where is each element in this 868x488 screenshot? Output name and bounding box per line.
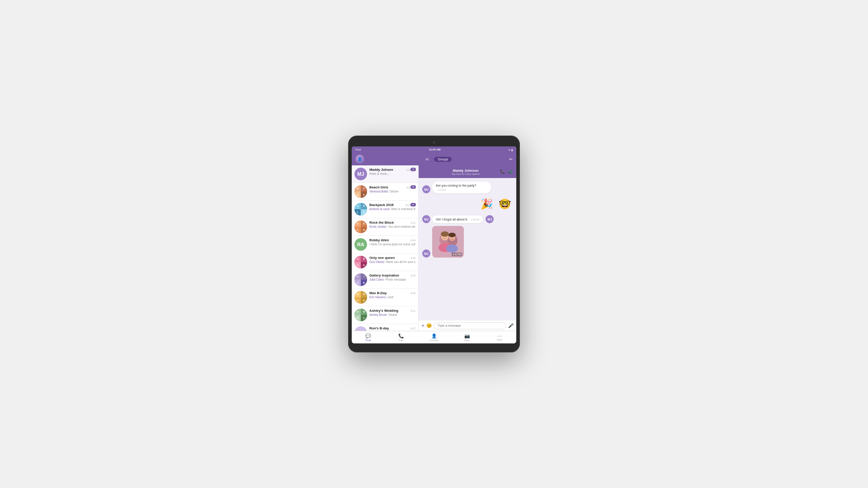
msg-time-3: 4:40 PM [471,218,480,221]
sticker-picker-icon[interactable]: 😊 [426,323,432,328]
ipad-screen: iPad 11:00 AM ▾ ▮ 👤 All Groups [352,146,516,343]
conv-name-only-one-queen: Only one queen [369,256,395,260]
conv-avatar-ashleys-wedding: A W B C [354,309,367,321]
msg-bubble-3: Oh! I forgot all about it. 4:40 PM [432,216,483,223]
msg-text-3: Oh! I forgot all about it. [436,218,468,221]
conv-avatar-backpack-2016: A B C D [354,203,367,216]
conv-item-backpack-2016[interactable]: A B C D Backpack 2016 10:08 AM Antonio [352,201,418,218]
svg-point-6 [448,233,456,237]
nav-tabs: All Groups [367,157,506,162]
tab-contacts[interactable]: 👤 Contacts [418,331,451,343]
tab-all[interactable]: All [422,157,433,162]
conv-item-max-bday[interactable]: M B C D Max B-Day 9:02 Eric Navarro: [352,289,418,306]
compose-icon[interactable]: ✏ [509,157,513,162]
msg-bubble-1: Are you coming to the party? 4:20 PM [432,182,491,193]
calls-icon: 📞 [398,333,404,338]
messages-area: MJ Are you coming to the party? 4:20 PM [419,178,516,320]
contacts-label: Contacts [429,339,439,342]
conv-name-maddy: Maddy Johson [369,168,393,172]
conv-time-only-one-queen: 9:06 [410,257,415,259]
conv-item-gallery-inspiration[interactable]: G I A B Gallery inspiration 9:05 Julia [352,271,418,289]
conv-badge-backpack-2016: 4 [410,203,416,206]
chats-icon: 💬 [365,333,371,338]
stickers-container: 🎉 🤓 [478,196,513,212]
conv-info-robby-allen: Robby Allen 9:09 I think I'm gonna grab … [369,238,415,246]
conv-item-ashleys-wedding[interactable]: A W B C Ashley's Wedding 9:01 Ashley Br [352,306,418,324]
status-time: 11:00 AM [429,148,440,151]
conv-name-backpack-2016: Backpack 2016 [369,203,394,207]
conv-name-rock-the-block: Rock the Block [369,221,394,225]
conv-info-gallery-inspiration: Gallery inspiration 9:05 Julia Calvo: Ph… [369,273,415,281]
chat-contact-sub: Tap here for more options [452,173,480,175]
message-row-1: MJ Are you coming to the party? 4:20 PM [422,182,513,193]
conv-name-max-bday: Max B-Day [369,291,387,295]
conv-preview-only-one-queen: Guy Oleary: thank you all for your suppo… [369,260,415,263]
conv-time-ashleys-wedding: 9:01 [410,310,415,312]
message-row-2: 🎉 🤓 [422,196,513,212]
ipad-device: iPad 11:00 AM ▾ ▮ 👤 All Groups [348,136,520,352]
conv-info-maddy: Maddy Johson 4:20 PM Peter & more... [369,168,415,175]
conv-avatar-gallery-inspiration: G I A B [354,273,367,286]
conv-item-rons-bday[interactable]: RB Ron's B-day 8:07 Photo messages [352,324,418,331]
top-nav: 👤 All Groups ✏ [352,153,516,165]
conv-info-beach-girls: Beach Girls 9:00 AM Vanessa Baldi: Stick… [369,185,415,193]
conv-preview-robby-allen: I think I'm gonna grab me some coffee... [369,243,415,246]
wifi-icon: ▾ [509,148,510,151]
conv-time-rock-the-block: 9:12 [410,221,415,224]
conv-info-rons-bday: Ron's B-day 8:07 Photo messages [369,326,415,331]
conv-preview-gallery-inspiration: Julia Calvo: Photo message [369,278,415,281]
msg-avatar-4: MJ [422,249,430,258]
chats-label: Chats [365,339,371,342]
conv-info-max-bday: Max B-Day 9:02 Eric Navarro: cool! [369,291,415,299]
photo-icon: 📷 [464,333,470,338]
contacts-icon: 👤 [431,333,437,338]
tab-calls[interactable]: 📞 Calls [385,331,418,343]
conv-name-ashleys-wedding: Ashley's Wedding [369,309,398,313]
conv-name-beach-girls: Beach Girls [369,185,388,189]
conv-avatar-maddy: MJ [354,168,367,180]
sticker-1: 🎉 [478,196,495,212]
msg-photo-time-4: 4:42 PM [452,253,462,256]
chat-header-center[interactable]: Maddy Johnson Tap here for more options [452,169,480,175]
conv-avatar-rons-bday: RB [354,326,367,331]
calls-label: Calls [399,339,404,342]
input-area: + 😊 🎤 [419,320,516,331]
mic-icon[interactable]: 🎤 [508,323,514,328]
conv-item-beach-girls[interactable]: B G A S Beach Girls 9:00 AM Vanessa Bal [352,183,418,201]
tab-groups[interactable]: Groups [434,157,452,162]
chat-contact-name: Maddy Johnson [452,169,480,173]
conv-info-only-one-queen: Only one queen 9:06 Guy Oleary: thank yo… [369,256,415,263]
conv-info-backpack-2016: Backpack 2016 10:08 AM Antonio la cava: … [369,203,415,211]
msg-photo-4: 4:42 PM [432,226,464,258]
conv-item-rock-the-block[interactable]: R B C D Rock the Block 9:12 Emily Jorda [352,218,418,236]
sticker-2: 🤓 [496,196,513,212]
chat-header-actions: 📞 📹 [500,169,513,174]
conv-time-gallery-inspiration: 9:05 [410,274,415,277]
msg-text-1: Are you coming to the party? [436,184,476,187]
conv-item-only-one-queen[interactable]: A B C D Only one queen 9:06 Guy Oleary: [352,253,418,271]
more-icon: ••• [497,334,502,338]
conv-time-max-bday: 9:02 [410,292,415,295]
conv-avatar-rock-the-block: R B C D [354,221,367,233]
tab-chats[interactable]: 💬 Chats [352,331,385,343]
chat-area: Maddy Johnson Tap here for more options … [419,165,516,331]
video-call-icon[interactable]: 📹 [508,169,513,174]
call-icon[interactable]: 📞 [500,169,505,174]
chat-header: Maddy Johnson Tap here for more options … [419,165,516,178]
svg-point-8 [446,244,458,253]
status-bar: iPad 11:00 AM ▾ ▮ [352,146,516,153]
camera [433,141,435,144]
tab-more[interactable]: ••• More [483,331,516,343]
status-left: iPad [355,148,361,151]
conv-item-maddy-johnson[interactable]: MJ Maddy Johson 4:20 PM Peter & more... … [352,165,418,183]
conv-time-robby-allen: 9:09 [410,239,415,242]
nav-profile-avatar[interactable]: 👤 [355,155,364,164]
message-input[interactable] [434,322,506,329]
conv-item-robby-allen[interactable]: RA Robby Allen 9:09 I think I'm gonna gr… [352,236,418,253]
add-attachment-icon[interactable]: + [421,323,425,329]
conv-preview-rock-the-block: Emily Jordan: You won't believe who I ju… [369,225,415,228]
conv-avatar-beach-girls: B G A S [354,185,367,198]
conv-name-robby-allen: Robby Allen [369,238,389,242]
tab-photo[interactable]: 📷 Photo [450,331,483,343]
main-area: MJ Maddy Johson 4:20 PM Peter & more... … [352,165,516,331]
